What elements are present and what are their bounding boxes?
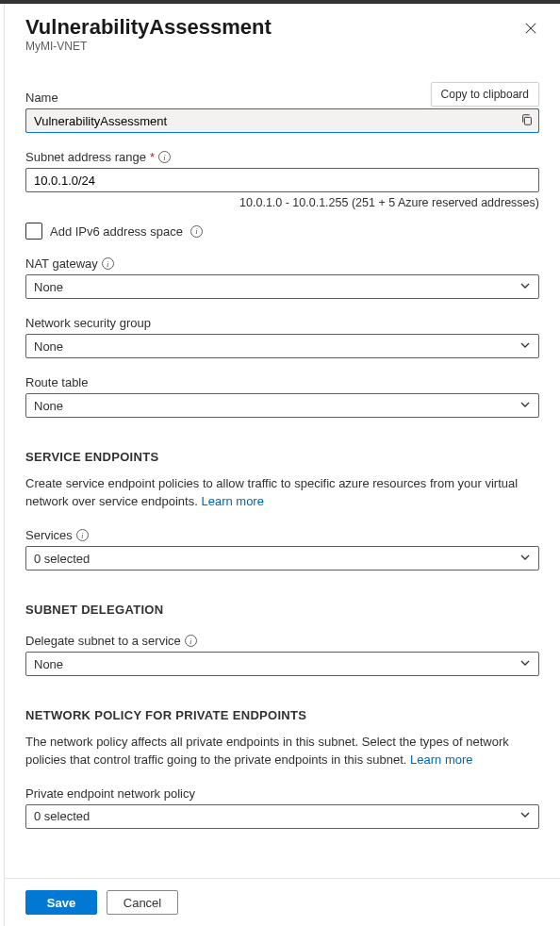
panel-header: VulnerabilityAssessment MyMI-VNET bbox=[5, 4, 560, 58]
subnet-range-hint: 10.0.1.0 - 10.0.1.255 (251 + 5 Azure res… bbox=[25, 196, 539, 209]
nat-gateway-label-text: NAT gateway bbox=[25, 256, 98, 271]
delegate-value: None bbox=[34, 657, 63, 671]
subnet-range-input[interactable] bbox=[25, 168, 539, 192]
panel-subtitle: MyMI-VNET bbox=[25, 40, 539, 53]
route-table-dropdown[interactable]: None bbox=[25, 393, 539, 418]
service-endpoints-desc-text: Create service endpoint policies to allo… bbox=[25, 476, 518, 508]
svg-rect-2 bbox=[524, 117, 531, 124]
ipv6-label: Add IPv6 address space bbox=[50, 224, 183, 239]
network-policy-heading: NETWORK POLICY FOR PRIVATE ENDPOINTS bbox=[25, 708, 539, 722]
services-value: 0 selected bbox=[34, 552, 90, 566]
chevron-down-icon bbox=[519, 552, 531, 566]
private-endpoint-policy-label-text: Private endpoint network policy bbox=[25, 786, 195, 801]
subnet-edit-panel: VulnerabilityAssessment MyMI-VNET Name C… bbox=[4, 4, 560, 926]
name-field-wrap: Copy to clipboard bbox=[25, 108, 539, 133]
private-endpoint-policy-label: Private endpoint network policy bbox=[25, 786, 539, 801]
chevron-down-icon bbox=[519, 809, 531, 823]
ipv6-row: Add IPv6 address space i bbox=[25, 223, 539, 240]
name-label-text: Name bbox=[25, 91, 58, 105]
panel-title: VulnerabilityAssessment bbox=[25, 15, 539, 40]
nsg-label: Network security group bbox=[25, 316, 539, 330]
info-icon[interactable]: i bbox=[76, 529, 89, 541]
network-policy-desc: The network policy affects all private e… bbox=[25, 734, 539, 769]
close-button[interactable] bbox=[522, 21, 539, 38]
info-icon[interactable]: i bbox=[102, 257, 114, 270]
services-label: Services i bbox=[25, 528, 539, 542]
save-button[interactable]: Save bbox=[25, 890, 97, 915]
required-asterisk: * bbox=[150, 150, 155, 164]
name-field[interactable] bbox=[25, 108, 539, 133]
subnet-range-label-text: Subnet address range bbox=[25, 150, 146, 164]
info-icon[interactable]: i bbox=[190, 225, 203, 238]
delegate-label-text: Delegate subnet to a service bbox=[25, 634, 181, 648]
panel-body: Name Copy to clipboard Subnet address ra… bbox=[5, 58, 560, 878]
info-icon[interactable]: i bbox=[185, 635, 197, 647]
service-endpoints-heading: SERVICE ENDPOINTS bbox=[25, 450, 539, 464]
panel-footer: Save Cancel bbox=[5, 878, 560, 926]
chevron-down-icon bbox=[519, 280, 531, 294]
services-label-text: Services bbox=[25, 528, 73, 542]
subnet-range-label: Subnet address range * i bbox=[25, 150, 539, 164]
nsg-dropdown[interactable]: None bbox=[25, 334, 539, 358]
nat-gateway-label: NAT gateway i bbox=[25, 256, 539, 271]
cancel-button[interactable]: Cancel bbox=[107, 890, 178, 915]
copy-to-clipboard-button[interactable] bbox=[519, 112, 535, 129]
ipv6-checkbox[interactable] bbox=[25, 223, 42, 240]
network-policy-learn-more-link[interactable]: Learn more bbox=[410, 752, 472, 767]
copy-icon bbox=[520, 113, 534, 129]
delegate-label: Delegate subnet to a service i bbox=[25, 634, 539, 648]
delegate-dropdown[interactable]: None bbox=[25, 652, 539, 676]
chevron-down-icon bbox=[519, 339, 531, 354]
nsg-value: None bbox=[34, 339, 63, 354]
route-table-label-text: Route table bbox=[25, 375, 89, 389]
subnet-delegation-heading: SUBNET DELEGATION bbox=[25, 603, 539, 617]
route-table-label: Route table bbox=[25, 375, 539, 389]
route-table-value: None bbox=[34, 399, 63, 413]
chevron-down-icon bbox=[519, 657, 531, 671]
service-endpoints-learn-more-link[interactable]: Learn more bbox=[201, 494, 263, 508]
service-endpoints-desc: Create service endpoint policies to allo… bbox=[25, 475, 539, 511]
private-endpoint-policy-dropdown[interactable]: 0 selected bbox=[25, 804, 539, 829]
services-dropdown[interactable]: 0 selected bbox=[25, 546, 539, 570]
close-icon bbox=[524, 24, 537, 38]
name-input[interactable] bbox=[34, 114, 510, 128]
private-endpoint-policy-value: 0 selected bbox=[34, 809, 90, 823]
nat-gateway-dropdown[interactable]: None bbox=[25, 274, 539, 299]
nsg-label-text: Network security group bbox=[25, 316, 151, 330]
nat-gateway-value: None bbox=[34, 280, 63, 294]
info-icon[interactable]: i bbox=[158, 151, 171, 163]
chevron-down-icon bbox=[519, 399, 531, 413]
copy-tooltip: Copy to clipboard bbox=[431, 82, 539, 107]
